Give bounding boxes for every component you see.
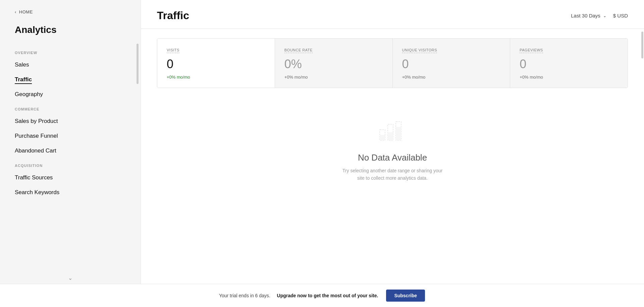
analytics-title: Analytics: [0, 21, 141, 45]
svg-rect-3: [380, 135, 385, 140]
sidebar-scrollbar-thumb: [137, 44, 139, 84]
stat-card-unique-visitors: UNIQUE VISITORS 0 +0% mo/mo: [393, 39, 511, 88]
content-scrollbar-thumb: [641, 32, 643, 58]
stat-label-visits: VISITS: [167, 48, 179, 53]
stat-card-bounce-rate: BOUNCE RATE 0% +0% mo/mo: [275, 39, 393, 88]
overview-section-label: OVERVIEW: [0, 45, 141, 57]
sidebar-scrollbar: [137, 44, 139, 270]
stat-change-unique-visitors: +0% mo/mo: [402, 75, 501, 80]
trial-banner: Your trial ends in 6 days. Upgrade now t…: [0, 284, 644, 307]
content-body: VISITS 0 +0% mo/mo BOUNCE RATE 0% +0% mo…: [141, 29, 644, 284]
stat-value-unique-visitors: 0: [402, 57, 501, 71]
sidebar-item-geography[interactable]: Geography: [0, 87, 141, 102]
sidebar-item-sales[interactable]: Sales: [0, 57, 141, 72]
stat-card-pageviews: PAGEVIEWS 0 +0% mo/mo: [510, 39, 628, 88]
sidebar-scroll-area: OVERVIEW Sales Traffic Geography COMMERC…: [0, 45, 141, 284]
stat-change-bounce-rate: +0% mo/mo: [284, 75, 383, 80]
home-nav-item[interactable]: ‹ HOME: [0, 0, 141, 21]
dropdown-chevron-icon: ⌄: [603, 13, 606, 18]
sidebar-scroll-down-indicator: ⌄: [0, 272, 141, 284]
stat-label-bounce-rate: BOUNCE RATE: [284, 48, 313, 53]
home-label: HOME: [19, 9, 33, 14]
commerce-section-label: COMMERCE: [0, 102, 141, 114]
stat-label-pageviews: PAGEVIEWS: [520, 48, 543, 53]
page-title: Traffic: [157, 9, 189, 22]
stat-card-visits: VISITS 0 +0% mo/mo: [157, 39, 275, 88]
no-data-title: No Data Available: [358, 152, 427, 163]
no-data-section: No Data Available Try selecting another …: [157, 99, 628, 202]
subscribe-button[interactable]: Subscribe: [386, 290, 425, 302]
sidebar-item-traffic[interactable]: Traffic: [0, 72, 141, 87]
sidebar-item-traffic-label: Traffic: [15, 76, 32, 84]
stat-label-unique-visitors: UNIQUE VISITORS: [402, 48, 437, 53]
chevron-left-icon: ‹: [15, 9, 16, 14]
stats-row: VISITS 0 +0% mo/mo BOUNCE RATE 0% +0% mo…: [157, 38, 628, 88]
no-data-subtitle: Try selecting another date range or shar…: [339, 167, 446, 182]
no-data-chart-icon: [376, 119, 409, 144]
sidebar-item-traffic-sources[interactable]: Traffic Sources: [0, 170, 141, 185]
acquisition-section-label: ACQUISITION: [0, 158, 141, 170]
upgrade-link[interactable]: Upgrade now to get the most out of your …: [277, 293, 378, 298]
stat-value-bounce-rate: 0%: [284, 57, 383, 71]
sidebar-item-abandoned-cart[interactable]: Abandoned Cart: [0, 143, 141, 158]
stat-value-pageviews: 0: [520, 57, 618, 71]
main-content: Traffic Last 30 Days ⌄ $ USD VISITS 0 +0…: [141, 0, 644, 284]
stat-value-visits: 0: [167, 57, 265, 71]
chevron-down-icon: ⌄: [68, 275, 72, 281]
currency-label: $ USD: [613, 13, 628, 18]
content-scrollbar-area: [641, 29, 644, 284]
svg-rect-5: [396, 127, 401, 140]
stat-change-visits: +0% mo/mo: [167, 75, 265, 80]
date-range-dropdown[interactable]: Last 30 Days ⌄: [571, 13, 606, 18]
trial-text: Your trial ends in 6 days.: [219, 293, 270, 298]
svg-rect-4: [388, 132, 393, 140]
sidebar-item-purchase-funnel[interactable]: Purchase Funnel: [0, 129, 141, 143]
date-range-label: Last 30 Days: [571, 13, 600, 18]
stat-change-pageviews: +0% mo/mo: [520, 75, 618, 80]
sidebar-item-sales-by-product[interactable]: Sales by Product: [0, 114, 141, 129]
sidebar: ‹ HOME Analytics OVERVIEW Sales Traffic …: [0, 0, 141, 284]
content-header: Traffic Last 30 Days ⌄ $ USD: [141, 0, 644, 29]
header-controls: Last 30 Days ⌄ $ USD: [571, 13, 628, 18]
sidebar-item-search-keywords[interactable]: Search Keywords: [0, 185, 141, 200]
